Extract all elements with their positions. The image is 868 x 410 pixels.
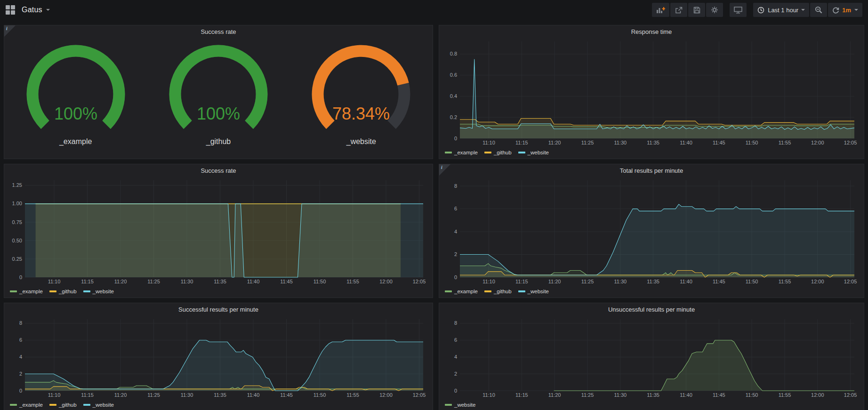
svg-text:11:40: 11:40 [680,140,692,145]
monitor-icon [734,7,742,14]
svg-text:11:40: 11:40 [247,392,260,398]
refresh-arrows-icon [832,7,839,14]
cycle-view-mode-button[interactable] [730,3,747,17]
svg-text:12:00: 12:00 [811,392,824,398]
svg-text:11:50: 11:50 [746,140,758,145]
svg-text:11:50: 11:50 [313,279,326,284]
dashboard-grid-icon[interactable] [6,5,15,15]
gauge-label: _github [148,137,289,146]
svg-text:1.00: 1.00 [12,201,22,206]
legend-item-website[interactable]: _website [83,402,114,408]
chart-plot-area[interactable]: 0246811:1011:1511:2011:2511:3011:3511:40… [443,316,860,399]
chart-legend: _example_github_website [439,147,864,158]
svg-text:11:30: 11:30 [614,140,627,145]
legend-item-website[interactable]: _website [518,150,549,155]
svg-text:11:55: 11:55 [779,140,791,145]
bar-chart-plus-icon [656,7,665,14]
panel-title[interactable]: Unsuccessful results per minute [439,303,864,316]
legend-swatch [518,152,525,153]
legend-item-example[interactable]: _example [10,289,43,294]
svg-text:11:35: 11:35 [647,279,659,284]
svg-text:0.6: 0.6 [450,72,457,78]
legend-label: _website [528,289,549,294]
chart-svg: 0246811:1011:1511:2011:2511:3011:3511:40… [8,316,429,399]
legend-label: _github [59,402,77,408]
gear-icon [711,6,718,14]
legend-item-github[interactable]: _github [484,289,512,294]
svg-text:11:35: 11:35 [214,392,226,398]
panel-unsuccessful-results: Unsuccessful results per minute 0246811:… [439,303,864,410]
legend-item-github[interactable]: _github [49,289,77,294]
legend-label: _website [528,150,549,155]
svg-text:11:15: 11:15 [81,279,94,284]
panel-successful-results: Successful results per minute 0246811:10… [4,303,433,410]
svg-text:8: 8 [454,320,457,326]
legend-item-github[interactable]: _github [49,402,77,408]
panel-info-icon[interactable]: i [439,164,450,176]
svg-text:11:50: 11:50 [746,279,758,284]
chart-plot-area[interactable]: 00.20.40.60.811:1011:1511:2011:2511:3011… [443,39,860,147]
panel-title[interactable]: Total results per minute [439,164,864,177]
svg-text:8: 8 [454,183,457,189]
add-panel-button[interactable] [652,3,669,17]
gauge-arc: 78.34% [290,44,432,137]
legend-item-github[interactable]: _github [484,150,512,155]
refresh-button[interactable]: 1m [828,3,862,17]
legend-swatch [445,290,452,292]
legend-label: _website [454,402,475,408]
svg-text:11:15: 11:15 [515,140,528,145]
chart-plot-area[interactable]: 0246811:1011:1511:2011:2511:3011:3511:40… [8,316,429,399]
svg-text:11:15: 11:15 [515,392,528,398]
zoom-out-button[interactable] [810,3,827,17]
caret-down-icon[interactable] [46,9,50,11]
svg-text:12:05: 12:05 [844,279,857,284]
gauge-svg: 100% [162,44,275,135]
svg-text:0.50: 0.50 [12,238,22,243]
top-navbar: Gatus Last 1 hour 1m [0,0,868,20]
share-arrow-icon [675,7,683,14]
legend-swatch [83,404,90,406]
settings-button[interactable] [706,3,723,17]
svg-text:11:30: 11:30 [181,392,193,398]
dashboard-title[interactable]: Gatus [22,6,42,14]
svg-text:11:25: 11:25 [581,392,594,398]
svg-text:11:10: 11:10 [48,392,61,398]
gauge-svg: 100% [19,44,132,135]
chart-plot-area[interactable]: 00.250.500.751.001.2511:1011:1511:2011:2… [8,177,429,286]
svg-text:11:20: 11:20 [548,140,561,145]
legend-swatch [49,290,56,292]
legend-item-example[interactable]: _example [10,402,43,408]
panel-title[interactable]: Response time [439,25,864,39]
legend-item-website[interactable]: _website [83,289,114,294]
panel-title[interactable]: Successful results per minute [4,303,433,316]
panel-title[interactable]: Success rate [4,25,433,39]
panel-info-icon[interactable]: i [4,25,16,37]
svg-text:12:05: 12:05 [844,392,857,398]
svg-text:11:20: 11:20 [548,279,561,284]
svg-text:11:55: 11:55 [779,392,791,398]
legend-label: _github [494,150,512,155]
svg-text:11:40: 11:40 [247,279,260,284]
legend-swatch [445,404,452,406]
svg-text:12:05: 12:05 [413,392,426,398]
save-button[interactable] [688,3,705,17]
svg-text:11:20: 11:20 [548,392,561,398]
chart-legend: _example_github_website [4,399,433,410]
svg-text:11:45: 11:45 [713,392,725,398]
time-range-picker-button[interactable]: Last 1 hour [753,3,809,17]
panel-success-rate-timeseries: Success rate 00.250.500.751.001.2511:101… [4,164,433,298]
legend-swatch [484,290,491,292]
legend-item-example[interactable]: _example [445,289,478,294]
panel-title[interactable]: Success rate [4,164,433,177]
chart-svg: 0246811:1011:1511:2011:2511:3011:3511:40… [443,316,860,399]
share-button[interactable] [670,3,687,17]
svg-text:11:35: 11:35 [647,140,659,145]
gauge-arc: 100% [5,44,146,137]
legend-item-website[interactable]: _website [445,402,475,408]
legend-item-example[interactable]: _example [445,150,478,155]
svg-text:100%: 100% [197,104,240,123]
svg-text:11:10: 11:10 [48,279,61,284]
chart-plot-area[interactable]: 0246811:1011:1511:2011:2511:3011:3511:40… [443,177,860,286]
legend-swatch [83,290,90,292]
legend-item-website[interactable]: _website [518,289,549,294]
